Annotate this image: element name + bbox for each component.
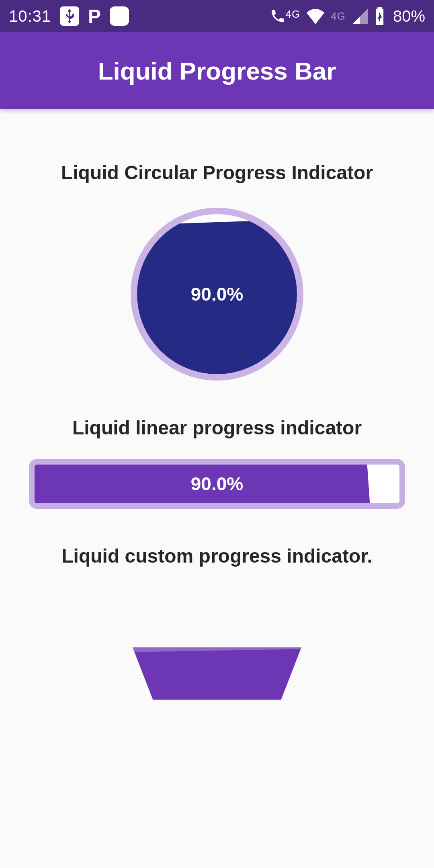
custom-progress-container (0, 647, 434, 700)
signal-4g-label: 4G (331, 10, 346, 23)
section-title-linear: Liquid linear progress indicator (0, 417, 434, 439)
wifi-icon (306, 8, 325, 24)
content: Liquid Circular Progress Indicator 90.0%… (0, 109, 434, 700)
liquid-circular-progress: 90.0% (131, 208, 303, 381)
app-title: Liquid Progress Bar (98, 57, 336, 85)
section-title-custom: Liquid custom progress indicator. (0, 545, 434, 567)
liquid-custom-progress (133, 647, 301, 700)
status-right: 4G 4G 80% (270, 7, 425, 25)
status-left: 10:31 P (9, 5, 270, 27)
signal-icon (351, 8, 368, 24)
call-4g-label: 4G (286, 8, 301, 20)
liquid-circular-value: 90.0% (137, 214, 297, 374)
linear-progress-container: 90.0% (29, 459, 405, 509)
app-bar: Liquid Progress Bar (0, 32, 434, 109)
liquid-linear-value: 90.0% (35, 465, 399, 503)
liquid-linear-progress: 90.0% (29, 459, 405, 509)
circular-progress-container: 90.0% (0, 208, 434, 381)
battery-percent: 80% (393, 7, 425, 25)
usb-icon (60, 6, 79, 26)
app-icon-p: P (88, 5, 101, 27)
battery-charging-icon (374, 7, 386, 25)
status-clock: 10:31 (9, 7, 51, 25)
call-4g-icon: 4G (270, 8, 301, 24)
status-bar: 10:31 P 4G 4G 80% (0, 0, 434, 32)
section-title-circular: Liquid Circular Progress Indicator (0, 162, 434, 184)
app-icon-square (110, 6, 129, 26)
